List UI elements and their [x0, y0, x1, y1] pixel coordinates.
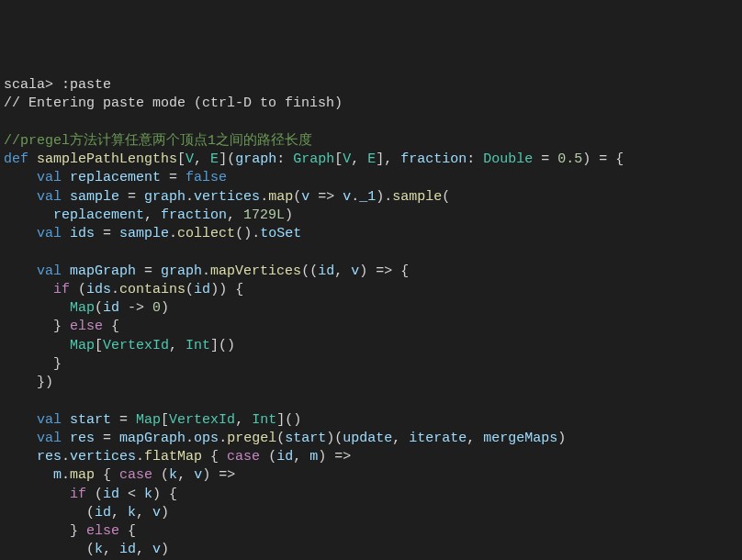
- code-token: ,: [194, 151, 210, 167]
- code-token: ,: [177, 467, 194, 483]
- code-token: Graph: [293, 151, 334, 167]
- code-token: fraction: [161, 207, 227, 223]
- code-token: map: [268, 189, 293, 205]
- code-token: [: [161, 412, 169, 428]
- code-token: ,: [103, 542, 119, 557]
- code-token: Map: [70, 338, 95, 353]
- code-token: sample: [119, 226, 169, 241]
- code-token: [28, 151, 37, 167]
- code-token: }: [4, 523, 86, 539]
- code-token: V: [343, 151, 351, 167]
- prompt-line: scala> :paste: [4, 76, 738, 95]
- code-token: (: [86, 487, 103, 502]
- code-token: [62, 170, 70, 185]
- code-token: ](): [276, 412, 301, 428]
- code-token: [4, 170, 37, 185]
- code-token: fraction: [400, 151, 467, 167]
- code-token: ): [161, 505, 169, 521]
- code-token: .: [136, 449, 144, 465]
- code-token: (: [152, 467, 169, 483]
- code-token: m: [309, 449, 318, 465]
- code-token: :: [467, 151, 483, 167]
- code-token: ) {: [152, 487, 177, 502]
- code-token: .: [169, 226, 177, 241]
- code-token: id: [194, 282, 210, 297]
- code-token: ): [161, 542, 169, 557]
- code-token: (: [276, 431, 285, 446]
- code-line: if (id < k) {: [4, 486, 738, 504]
- code-token: ,: [293, 449, 309, 465]
- code-token: [4, 207, 53, 223]
- code-token: id: [103, 300, 119, 316]
- terminal-output[interactable]: scala> :paste// Entering paste mode (ctr…: [4, 76, 738, 560]
- code-line: replacement, fraction, 1729L): [4, 207, 738, 225]
- code-line: Map(id -> 0): [4, 299, 738, 318]
- code-token: pregel: [227, 431, 276, 446]
- code-token: ops: [194, 431, 219, 446]
- code-token: map: [70, 467, 95, 483]
- code-token: ,: [351, 151, 367, 167]
- code-token: ,: [235, 412, 252, 428]
- code-token: }): [4, 375, 53, 390]
- code-line: (k, id, v): [4, 541, 738, 559]
- code-token: )) {: [210, 282, 243, 297]
- code-token: [4, 300, 70, 316]
- code-token: ,: [111, 505, 128, 521]
- code-token: =: [533, 151, 557, 167]
- code-token: def: [4, 151, 28, 167]
- code-line: }): [4, 374, 738, 392]
- code-token: =>: [309, 189, 343, 205]
- repl-command[interactable]: :paste: [62, 77, 111, 93]
- code-token: k: [169, 467, 177, 483]
- code-token: ) =>: [202, 467, 235, 483]
- code-line: val start = Map[VertexId, Int](): [4, 411, 738, 430]
- code-token: vertices: [194, 189, 260, 205]
- code-token: v: [194, 467, 202, 483]
- code-token: ids: [86, 282, 111, 297]
- code-token: <: [119, 487, 144, 502]
- code-token: (: [442, 189, 450, 205]
- code-token: false: [186, 170, 227, 185]
- code-token: (: [260, 449, 276, 465]
- code-line: [4, 392, 738, 410]
- code-token: else: [86, 523, 119, 539]
- code-line: if (ids.contains(id)) {: [4, 281, 738, 299]
- code-token: id: [95, 505, 111, 521]
- code-token: ).: [376, 189, 392, 205]
- paste-mode-message: // Entering paste mode (ctrl-D to finish…: [4, 95, 343, 111]
- code-token: [4, 189, 37, 205]
- code-token: .: [219, 431, 227, 446]
- code-token: [4, 431, 37, 446]
- code-token: {: [119, 523, 136, 539]
- code-token: k: [95, 542, 103, 557]
- code-token: .: [62, 467, 70, 483]
- code-token: [: [177, 151, 186, 167]
- code-token: replacement: [53, 207, 144, 223]
- code-token: ) => {: [359, 263, 409, 279]
- code-token: ((: [301, 263, 318, 279]
- code-line: val ids = sample.collect().toSet: [4, 225, 738, 243]
- code-token: [4, 226, 37, 241]
- blank-line: [4, 114, 738, 132]
- code-token: start: [285, 431, 326, 446]
- code-token: k: [128, 505, 136, 521]
- code-token: (: [95, 300, 103, 316]
- code-token: id: [103, 487, 119, 502]
- code-token: ,: [467, 431, 483, 446]
- code-token: res: [37, 449, 62, 465]
- code-token: collect: [177, 226, 235, 241]
- code-token: [4, 338, 70, 353]
- code-token: ): [557, 431, 566, 446]
- code-token: ,: [169, 338, 186, 353]
- code-token: ids: [70, 226, 95, 241]
- code-token: contains: [119, 282, 186, 297]
- code-token: E: [210, 151, 219, 167]
- code-line: } else {: [4, 318, 738, 336]
- code-token: mergeMaps: [483, 431, 557, 446]
- code-token: ) =>: [318, 449, 351, 465]
- code-token: .: [186, 189, 194, 205]
- code-token: ,: [136, 542, 152, 557]
- code-token: flatMap: [144, 449, 202, 465]
- comment-text: //pregel方法计算任意两个顶点1之间的路径长度: [4, 133, 312, 149]
- code-token: if: [53, 282, 70, 297]
